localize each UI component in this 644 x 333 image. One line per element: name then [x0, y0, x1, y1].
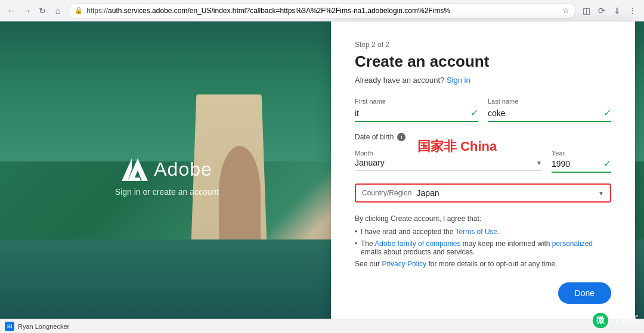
privacy-text: See our [355, 260, 382, 268]
nav-buttons: ← → ↻ ⌂ [5, 4, 64, 17]
watermark: 微 IT可乐 [593, 313, 639, 328]
adobe-logo-icon [122, 158, 148, 181]
terms-item1-text: I have read and accepted the [361, 228, 456, 236]
last-name-check-icon: ✓ [603, 107, 611, 119]
left-panel: Adobe Sign in or create an account [0, 21, 334, 333]
downloads-button[interactable]: ⇓ [611, 4, 624, 17]
privacy-note: See our Privacy Policy for more details … [355, 260, 611, 268]
form-title: Create an account [355, 52, 611, 71]
adobe-logo-area: Adobe Sign in or create an account [115, 158, 219, 197]
dob-label: Date of birth [355, 133, 394, 141]
terms-item2-suffix: emails about products and services. [361, 248, 475, 256]
country-dropdown-arrow: ▼ [598, 190, 604, 197]
secure-icon: 🔒 [75, 7, 83, 14]
already-account-text: Already have an account? Sign in [355, 76, 611, 85]
status-username: Ryan Longnecker [18, 323, 69, 330]
main-content: Adobe Sign in or create an account Step … [0, 21, 644, 333]
done-button[interactable]: Done [558, 282, 611, 304]
country-select-container: Country/Region Japan China United States… [355, 183, 611, 203]
first-name-input-row: ✓ [355, 107, 478, 122]
adobe-text: Adobe [154, 158, 212, 180]
watermark-wechat-icon: 微 [596, 315, 605, 326]
bookmark-icon[interactable]: ☆ [562, 6, 569, 15]
terms-item-1: I have read and accepted the Terms of Us… [355, 228, 611, 236]
sign-in-link[interactable]: Sign in [447, 76, 470, 85]
watermark-text: IT可乐 [612, 315, 639, 327]
url-bold: auth.services.adobe.com [108, 7, 187, 15]
dob-info-icon[interactable]: i [397, 133, 405, 141]
url-rest: /en_US/index.html?callback=https%3A%2F%2… [187, 7, 450, 15]
forward-button[interactable]: → [20, 4, 33, 17]
terms-of-use-link[interactable]: Terms of Use [456, 228, 498, 236]
watermark-icon: 微 [593, 313, 608, 328]
statusbar: Si Ryan Longnecker [0, 319, 644, 333]
last-name-field: Last name ✓ [488, 98, 611, 122]
first-name-check-icon: ✓ [470, 107, 478, 119]
privacy-suffix: for more details or to opt-out at any ti… [426, 260, 557, 268]
already-account-label: Already have an account? [355, 76, 444, 85]
last-name-input-row: ✓ [488, 107, 611, 122]
month-label: Month [355, 150, 373, 157]
month-select[interactable]: January February March April May June Ju… [355, 158, 536, 167]
country-field: Country/Region Japan China United States… [355, 183, 611, 203]
adobe-family-link[interactable]: Adobe family of companies [374, 239, 460, 248]
history-back-button[interactable]: ⟳ [595, 4, 608, 17]
personalized-link[interactable]: personalized [552, 239, 593, 248]
terms-intro: By clicking Create account, I agree that… [355, 214, 611, 223]
year-select-row: ✓ [552, 158, 611, 173]
terms-item1-suffix: . [497, 228, 499, 236]
country-note: 国家非 China [417, 138, 497, 155]
first-name-field: First name ✓ [355, 98, 478, 122]
form-dialog: Step 2 of 2 Create an account Already ha… [331, 21, 635, 333]
terms-section: By clicking Create account, I agree that… [355, 214, 611, 268]
toolbar-right: ◫ ⟳ ⇓ ⋮ [580, 4, 639, 17]
year-label: Year [552, 150, 565, 157]
adobe-tagline: Sign in or create an account [115, 187, 219, 197]
reload-button[interactable]: ↻ [36, 4, 49, 17]
name-row: First name ✓ Last name ✓ [355, 98, 611, 122]
menu-button[interactable]: ⋮ [626, 4, 639, 17]
back-button[interactable]: ← [5, 4, 18, 17]
month-dropdown-arrow: ▼ [536, 160, 542, 166]
privacy-policy-link[interactable]: Privacy Policy [382, 260, 426, 268]
last-name-label: Last name [488, 98, 611, 105]
year-check-icon: ✓ [603, 158, 611, 169]
home-button[interactable]: ⌂ [51, 4, 64, 17]
extensions-button[interactable]: ◫ [580, 4, 593, 17]
terms-item-2: The Adobe family of companies may keep m… [355, 239, 611, 256]
adobe-logo: Adobe [122, 158, 212, 181]
status-avatar: Si [5, 322, 14, 331]
terms-item2-mid: may keep me informed with [460, 239, 552, 248]
country-label: Country/Region [362, 189, 411, 197]
country-select[interactable]: Japan China United States United Kingdom… [416, 188, 593, 198]
url-text: https://auth.services.adobe.com/en_US/in… [86, 7, 559, 15]
year-input[interactable] [552, 159, 603, 169]
browser-chrome: ← → ↻ ⌂ 🔒 https://auth.services.adobe.co… [0, 0, 644, 21]
month-select-row: January February March April May June Ju… [355, 158, 542, 171]
step-label: Step 2 of 2 [355, 41, 611, 49]
first-name-input[interactable] [355, 108, 467, 118]
terms-item2-text: The [361, 239, 374, 248]
first-name-label: First name [355, 98, 478, 105]
last-name-input[interactable] [488, 108, 600, 118]
address-bar[interactable]: 🔒 https://auth.services.adobe.com/en_US/… [68, 3, 576, 18]
year-field: Year ✓ [552, 147, 611, 173]
